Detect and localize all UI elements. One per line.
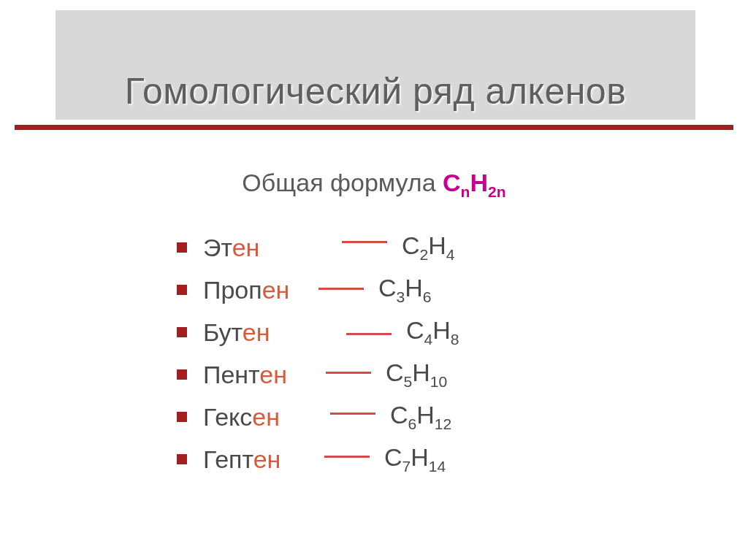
square-bullet-icon <box>177 454 187 464</box>
list-item: Гексен C6H12 <box>177 396 586 438</box>
formula-c: C <box>406 316 424 344</box>
compound-name: Бутен <box>203 318 356 347</box>
compound-formula: C7H14 <box>384 443 446 475</box>
name-suffix: ен <box>252 403 280 431</box>
compound-formula: C6H12 <box>390 401 451 433</box>
square-bullet-icon <box>177 412 187 422</box>
link-dash-icon <box>326 372 371 374</box>
compound-name: Гептен <box>203 445 356 474</box>
compound-formula: C2H4 <box>402 231 455 264</box>
formula-c: C <box>384 443 402 471</box>
formula-h: H <box>412 358 430 386</box>
link-dash-icon <box>342 241 387 243</box>
compound-formula: C4H8 <box>406 316 459 348</box>
formula-h-sub: 12 <box>435 415 451 432</box>
list-item: Гептен C7H14 <box>177 438 586 480</box>
formula-c-sub: 5 <box>404 373 413 390</box>
link-dash-icon <box>346 333 392 335</box>
name-suffix: ен <box>259 361 287 388</box>
formula-h: H <box>416 401 435 429</box>
name-suffix: ен <box>253 445 281 473</box>
formula-h: H <box>470 169 488 196</box>
name-root: Пент <box>203 361 259 388</box>
formula-h-sub: 14 <box>429 458 446 475</box>
name-root: Гекс <box>203 403 252 431</box>
formula-c: C <box>378 274 397 302</box>
name-root: Бут <box>203 318 243 346</box>
link-dash-icon <box>330 413 375 415</box>
link-dash-icon <box>318 288 364 290</box>
compound-name: Пентен <box>203 361 356 389</box>
formula-c-sub: 2 <box>420 246 429 263</box>
list-item: Этен C2H4 <box>177 226 586 269</box>
formula-h: H <box>405 274 423 302</box>
formula-c: C <box>390 401 408 429</box>
square-bullet-icon <box>177 369 187 380</box>
compound-name: Пропен <box>203 276 356 304</box>
formula-h: H <box>428 231 446 259</box>
subtitle: Общая формула СnH2n <box>0 169 748 201</box>
formula-c-sub: 3 <box>397 288 405 305</box>
name-suffix: ен <box>262 276 290 304</box>
subtitle-label: Общая формула <box>242 169 435 196</box>
square-bullet-icon <box>177 327 187 337</box>
name-suffix: ен <box>232 234 260 261</box>
formula-h: H <box>411 443 429 471</box>
list-item: Пентен C5H10 <box>177 353 586 396</box>
formula-h-sub: 6 <box>423 288 432 305</box>
formula-c: C <box>402 231 420 259</box>
slide: Гомологический ряд алкенов Общая формула… <box>0 0 748 560</box>
square-bullet-icon <box>177 242 187 253</box>
formula-h-sub: 10 <box>430 373 447 390</box>
compound-formula: C3H6 <box>378 274 432 306</box>
formula-c: C <box>386 358 404 386</box>
square-bullet-icon <box>177 285 187 295</box>
formula-c-sub: 7 <box>402 458 411 475</box>
list-item: Пропен C3H6 <box>177 269 586 311</box>
name-root: Проп <box>203 276 262 304</box>
formula-h: H <box>432 316 451 344</box>
name-suffix: ен <box>243 318 270 346</box>
formula-h-sub: 4 <box>446 246 455 263</box>
divider <box>15 125 733 130</box>
slide-title: Гомологический ряд алкенов <box>56 70 695 112</box>
formula-sub-2n: 2n <box>488 183 506 200</box>
formula-sub-n: n <box>461 183 470 200</box>
compound-name: Этен <box>203 234 356 262</box>
name-root: Эт <box>203 234 232 261</box>
name-root: Гепт <box>203 445 253 473</box>
homolog-list: Этен C2H4 Пропен C3H6 Бутен C4H8 <box>177 226 586 480</box>
formula-c-sub: 6 <box>408 415 417 432</box>
compound-name: Гексен <box>203 403 356 431</box>
list-item: Бутен C4H8 <box>177 311 586 353</box>
link-dash-icon <box>324 456 370 458</box>
formula-h-sub: 8 <box>451 331 459 348</box>
formula-c-sub: 4 <box>424 331 433 348</box>
compound-formula: C5H10 <box>386 358 447 391</box>
formula-c: С <box>443 169 461 196</box>
